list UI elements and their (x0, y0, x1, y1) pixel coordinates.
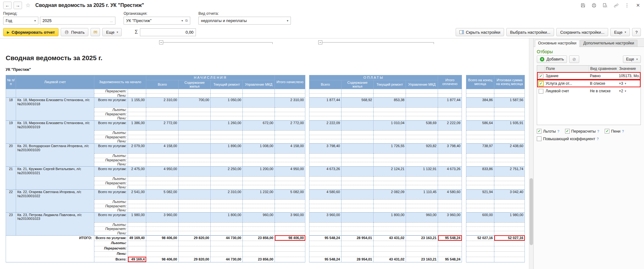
save-settings-button[interactable]: Сохранить настройки... (556, 28, 608, 36)
filter-checkbox[interactable] (539, 89, 543, 94)
accrual-value (179, 199, 211, 204)
filter-value[interactable]: +2▾ (618, 89, 641, 93)
subrow-label: Пени: (94, 162, 128, 167)
filter-checkbox[interactable]: ✓ (539, 74, 543, 78)
accrual-value (243, 231, 275, 236)
debt-total-value: 49 169,40 (128, 235, 146, 241)
accrual-value (243, 185, 275, 190)
payment-value (406, 112, 438, 116)
payment-value (406, 131, 438, 135)
accrual-value (179, 89, 211, 93)
services-total-label: Всего по услугам: (94, 189, 128, 199)
flag-2[interactable]: ✓Перерасчеты? (565, 129, 599, 134)
collapse-group-accruals[interactable]: − (159, 40, 163, 44)
accrual-value (146, 181, 179, 185)
more-settings-button[interactable]: Еще ▾ (610, 28, 630, 36)
kebab-menu-icon[interactable]: ⋮ (624, 3, 630, 8)
help-icon[interactable]: ? (597, 129, 599, 133)
payment-value (438, 181, 462, 185)
accrual-value (179, 112, 211, 116)
print-button[interactable]: Печать (61, 28, 88, 36)
payment-value (406, 135, 438, 139)
flag-label: Льготы (543, 129, 556, 134)
back-button[interactable]: ← (3, 2, 12, 9)
flag-checkbox[interactable]: ✓ (537, 129, 541, 134)
column-gap (305, 154, 309, 158)
filter-row[interactable]: ✓Услуга для от...В списке+3▾ (537, 80, 641, 87)
link-icon[interactable] (613, 3, 619, 8)
print-icon[interactable] (591, 3, 597, 8)
accrual-value (179, 212, 211, 222)
help-icon[interactable]: ? (622, 129, 624, 133)
subrow-label: Перерасчет: (94, 246, 128, 251)
scrollbar-thumb[interactable] (530, 178, 533, 245)
accrual-value (275, 185, 305, 190)
ellipsis-icon[interactable]: ... (108, 19, 113, 23)
flag-1[interactable]: ✓Льготы? (537, 129, 559, 134)
coefficient-checkbox[interactable] (537, 136, 541, 141)
collapse-group-payments[interactable]: − (318, 40, 322, 44)
period-value-field[interactable]: ... (40, 17, 115, 25)
filter-checkbox[interactable]: ✓ (539, 81, 543, 86)
period-value-input[interactable] (42, 18, 108, 23)
period-type-combo[interactable]: Год ▾ (3, 17, 38, 25)
preview-icon[interactable] (602, 3, 608, 8)
report-type-combo[interactable]: недоплаты и переплаты ▾ (198, 17, 291, 25)
report-type-label: Вид отчета: (198, 11, 291, 16)
filters-more-label: Еще (626, 57, 634, 61)
help-button[interactable]: ? (632, 28, 641, 36)
flag-checkbox[interactable]: ✓ (565, 129, 570, 134)
tab-main-settings[interactable]: Основные настройки (535, 40, 580, 47)
accrual-value (275, 199, 305, 204)
accrual-final-value: 23 856,00 (243, 257, 275, 262)
generate-report-button[interactable]: ▶ Сформировать отчет (3, 28, 58, 36)
open-field-icon[interactable]: ⧉ (183, 19, 188, 23)
report-sheet: − − Сводная ведомость за 2025 г. УК "Пре… (0, 38, 529, 269)
filter-row[interactable]: ✓ЗданиеРавно105173, Мо... (537, 72, 641, 80)
end-total-value: 52 027,16 (466, 235, 494, 241)
flag-3[interactable]: ✓Пени? (605, 129, 624, 134)
more-button[interactable]: Еще ▾ (102, 28, 122, 36)
accrual-value (211, 241, 243, 246)
hide-settings-button[interactable]: Скрыть настройки (456, 28, 504, 36)
tab-additional-settings[interactable]: Дополнительные настройки (580, 40, 637, 47)
favorite-star-icon[interactable]: ☆ (25, 2, 31, 9)
services-total-label: Всего по услугам: (94, 144, 128, 154)
send-email-button[interactable]: ✉ (91, 28, 100, 36)
accrual-value (211, 112, 243, 116)
debt-value (128, 162, 146, 167)
more-settings-label: Еще (614, 30, 622, 35)
accrual-value (179, 116, 211, 121)
filter-row[interactable]: Лицевой счетНе в списке+2▾ (537, 87, 641, 95)
forward-button[interactable]: → (14, 2, 22, 9)
coefficient-flag[interactable]: Повышающий коэффициент ? (537, 136, 599, 141)
filter-value[interactable]: 105173, Мо... (618, 74, 641, 78)
vertical-scrollbar[interactable] (529, 38, 533, 269)
header-payments-total: Всего (309, 80, 341, 89)
filter-value[interactable]: +3▾ (618, 81, 641, 86)
close-icon[interactable]: ✕ (635, 3, 641, 8)
payment-value (309, 199, 341, 204)
help-icon[interactable]: ? (597, 137, 599, 141)
filter-comparison: Равно (589, 74, 618, 78)
clear-filter-button[interactable]: ⊘ (569, 55, 579, 63)
filters-more-button[interactable]: Еще ▾ (623, 55, 641, 63)
sum-input[interactable] (142, 30, 193, 35)
end-value: 3 042,40 (494, 189, 525, 199)
payment-value: 568,92 (341, 98, 374, 108)
save-icon[interactable] (580, 3, 586, 8)
payment-value (309, 241, 341, 246)
flag-checkbox[interactable]: ✓ (605, 129, 609, 134)
sum-field[interactable] (140, 28, 196, 36)
accrual-value (243, 204, 275, 208)
organization-combo[interactable]: УК "Престиж" ▾ ⧉ (124, 17, 190, 25)
payment-value (374, 176, 406, 181)
payment-value (374, 162, 406, 167)
help-icon[interactable]: ? (557, 129, 559, 133)
payment-value: 1 010,04 (374, 121, 406, 131)
choose-settings-button[interactable]: Выбрать настройки... (506, 28, 554, 36)
payment-value: 3 798,40 (309, 144, 341, 154)
debt-value (128, 241, 146, 246)
add-filter-button[interactable]: + Добавить (537, 55, 567, 63)
column-gap (305, 181, 309, 185)
